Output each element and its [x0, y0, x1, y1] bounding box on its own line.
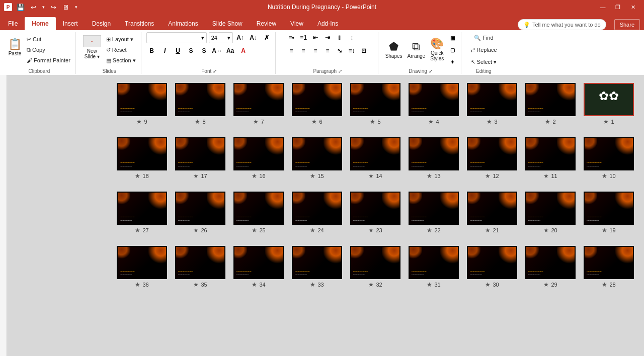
slide-item[interactable]: ▪▪▪▪▪▪▪▪▪▪▪▪▪▪▪▪▪▪▪▪▪ ▪▪▪▪▪▪▪▪▪▪▪▪▪▪▪▪▪ … [525, 137, 576, 180]
font-color-button[interactable]: A [238, 45, 249, 56]
increase-indent-button[interactable]: ⇥ [322, 32, 333, 43]
slide-item[interactable]: ▪▪▪▪▪▪▪▪▪▪▪▪▪▪▪▪▪▪▪▪▪ ▪▪▪▪▪▪▪▪▪▪▪▪▪▪▪▪▪ … [467, 137, 517, 180]
columns-button[interactable]: ⫿ [334, 32, 345, 43]
slide-item[interactable]: ▪▪▪▪▪▪▪▪▪▪▪▪▪▪▪▪▪▪▪▪▪ ▪▪▪▪▪▪▪▪▪▪▪▪▪▪▪▪▪ … [350, 137, 400, 180]
align-text-button[interactable]: ≡↕ [346, 45, 357, 56]
slide-item[interactable]: ▪▪▪▪▪▪▪▪▪▪▪▪▪▪▪▪▪▪▪▪▪ ▪▪▪▪▪▪▪▪▪▪▪▪▪▪▪▪▪ … [233, 246, 284, 288]
save-button[interactable]: 💾 [15, 4, 26, 11]
undo-dropdown[interactable]: ▾ [41, 5, 46, 10]
slide-item[interactable]: ▪▪▪▪▪▪▪▪▪▪▪▪▪▪▪▪▪▪▪▪▪ ▪▪▪▪▪▪▪▪▪▪▪▪▪▪▪▪▪ … [525, 246, 576, 288]
tab-design[interactable]: Design [85, 17, 118, 30]
slide-item[interactable]: ▪▪▪▪▪▪▪▪▪▪▪▪▪▪▪▪▪▪▪▪▪ ▪▪▪▪▪▪▪▪▪▪▪▪▪▪▪▪▪ … [175, 137, 225, 180]
slide-grid[interactable]: ★ 1 ▪▪▪▪▪▪▪▪▪▪▪▪▪▪▪▪▪▪▪▪▪ ▪▪▪▪▪▪▪▪▪▪▪▪▪▪… [7, 75, 644, 356]
copy-button[interactable]: ⧉ Copy [25, 45, 72, 55]
redo-button[interactable]: ↪ [49, 4, 58, 11]
slide-item[interactable]: ▪▪▪▪▪▪▪▪▪▪▪▪▪▪▪▪▪▪▪▪▪ ▪▪▪▪▪▪▪▪▪▪▪▪▪▪▪▪▪ … [467, 192, 517, 234]
format-painter-button[interactable]: 🖌 Format Painter [25, 55, 72, 65]
slide-item[interactable]: ▪▪▪▪▪▪▪▪▪▪▪▪▪▪▪▪▪▪▪▪▪ ▪▪▪▪▪▪▪▪▪▪▪▪▪▪▪▪▪ … [350, 246, 400, 288]
quick-styles-button[interactable]: 🎨 QuickStyles [428, 37, 446, 63]
shape-effects-button[interactable]: ✦ [447, 56, 458, 67]
slide-item[interactable]: ▪▪▪▪▪▪▪▪▪▪▪▪▪▪▪▪▪▪▪▪▪ ▪▪▪▪▪▪▪▪▪▪▪▪▪▪▪▪▪ … [117, 246, 167, 288]
change-case-button[interactable]: Aa [225, 45, 236, 56]
slide-item[interactable]: ▪▪▪▪▪▪▪▪▪▪▪▪▪▪▪▪▪▪▪▪▪ ▪▪▪▪▪▪▪▪▪▪▪▪▪▪▪▪▪ … [467, 83, 517, 125]
slide-item[interactable]: ▪▪▪▪▪▪▪▪▪▪▪▪▪▪▪▪▪▪▪▪▪ ▪▪▪▪▪▪▪▪▪▪▪▪▪▪▪▪▪ … [117, 83, 167, 125]
slide-item[interactable]: ▪▪▪▪▪▪▪▪▪▪▪▪▪▪▪▪▪▪▪▪▪ ▪▪▪▪▪▪▪▪▪▪▪▪▪▪▪▪▪ … [525, 83, 576, 125]
slide-item[interactable]: ▪▪▪▪▪▪▪▪▪▪▪▪▪▪▪▪▪▪▪▪▪ ▪▪▪▪▪▪▪▪▪▪▪▪▪▪▪▪▪ … [292, 246, 342, 288]
bullets-button[interactable]: ≡• [286, 32, 297, 43]
minimize-button[interactable]: — [596, 2, 610, 12]
tab-insert[interactable]: Insert [56, 17, 85, 30]
tab-slideshow[interactable]: Slide Show [205, 17, 250, 30]
underline-button[interactable]: U [173, 45, 184, 56]
layout-button[interactable]: ⊞ Layout ▾ [104, 34, 138, 44]
align-right-button[interactable]: ≡ [310, 45, 321, 56]
slide-item[interactable]: ▪▪▪▪▪▪▪▪▪▪▪▪▪▪▪▪▪▪▪▪▪ ▪▪▪▪▪▪▪▪▪▪▪▪▪▪▪▪▪ … [175, 83, 225, 125]
tab-addins[interactable]: Add-Ins [310, 17, 345, 30]
slide-item[interactable]: ▪▪▪▪▪▪▪▪▪▪▪▪▪▪▪▪▪▪▪▪▪ ▪▪▪▪▪▪▪▪▪▪▪▪▪▪▪▪▪ … [350, 83, 400, 125]
share-button[interactable]: Share [614, 19, 640, 30]
slide-item[interactable]: ▪▪▪▪▪▪▪▪▪▪▪▪▪▪▪▪▪▪▪▪▪ ▪▪▪▪▪▪▪▪▪▪▪▪▪▪▪▪▪ … [292, 192, 342, 234]
tab-animations[interactable]: Animations [161, 17, 205, 30]
shape-fill-button[interactable]: ▣ [447, 32, 458, 43]
paste-button[interactable]: 📋 Paste [6, 34, 24, 60]
tab-home[interactable]: Home [25, 17, 55, 30]
slide-item[interactable]: ▪▪▪▪▪▪▪▪▪▪▪▪▪▪▪▪▪▪▪▪▪ ▪▪▪▪▪▪▪▪▪▪▪▪▪▪▪▪▪ … [584, 137, 634, 180]
new-slide-button[interactable]: ▪ NewSlide ▾ [81, 34, 103, 60]
decrease-font-button[interactable]: A↓ [248, 32, 259, 43]
slide-item[interactable]: ★ 1 [584, 83, 634, 125]
slide-item[interactable]: ▪▪▪▪▪▪▪▪▪▪▪▪▪▪▪▪▪▪▪▪▪ ▪▪▪▪▪▪▪▪▪▪▪▪▪▪▪▪▪ … [409, 246, 459, 288]
slide-item[interactable]: ▪▪▪▪▪▪▪▪▪▪▪▪▪▪▪▪▪▪▪▪▪ ▪▪▪▪▪▪▪▪▪▪▪▪▪▪▪▪▪ … [409, 137, 459, 180]
slide-item[interactable]: ▪▪▪▪▪▪▪▪▪▪▪▪▪▪▪▪▪▪▪▪▪ ▪▪▪▪▪▪▪▪▪▪▪▪▪▪▪▪▪ … [117, 192, 167, 234]
slide-item[interactable]: ▪▪▪▪▪▪▪▪▪▪▪▪▪▪▪▪▪▪▪▪▪ ▪▪▪▪▪▪▪▪▪▪▪▪▪▪▪▪▪ … [350, 192, 400, 234]
font-name-input[interactable]: ▾ [146, 32, 207, 43]
slide-item[interactable]: ▪▪▪▪▪▪▪▪▪▪▪▪▪▪▪▪▪▪▪▪▪ ▪▪▪▪▪▪▪▪▪▪▪▪▪▪▪▪▪ … [233, 137, 284, 180]
slide-item[interactable]: ▪▪▪▪▪▪▪▪▪▪▪▪▪▪▪▪▪▪▪▪▪ ▪▪▪▪▪▪▪▪▪▪▪▪▪▪▪▪▪ … [175, 192, 225, 234]
close-button[interactable]: ✕ [626, 2, 640, 12]
slide-item[interactable]: ▪▪▪▪▪▪▪▪▪▪▪▪▪▪▪▪▪▪▪▪▪ ▪▪▪▪▪▪▪▪▪▪▪▪▪▪▪▪▪ … [584, 192, 634, 234]
section-button[interactable]: ▤ Section ▾ [104, 55, 138, 65]
slide-item[interactable]: ▪▪▪▪▪▪▪▪▪▪▪▪▪▪▪▪▪▪▪▪▪ ▪▪▪▪▪▪▪▪▪▪▪▪▪▪▪▪▪ … [175, 246, 225, 288]
slide-item[interactable]: ▪▪▪▪▪▪▪▪▪▪▪▪▪▪▪▪▪▪▪▪▪ ▪▪▪▪▪▪▪▪▪▪▪▪▪▪▪▪▪ … [409, 192, 459, 234]
shapes-button[interactable]: ⬟ Shapes [383, 37, 405, 63]
smartart-button[interactable]: ⊡ [358, 45, 369, 56]
align-center-button[interactable]: ≡ [298, 45, 309, 56]
undo-button[interactable]: ↩ [29, 4, 38, 11]
cut-button[interactable]: ✂ Cut [25, 34, 72, 44]
slide-item[interactable]: ▪▪▪▪▪▪▪▪▪▪▪▪▪▪▪▪▪▪▪▪▪ ▪▪▪▪▪▪▪▪▪▪▪▪▪▪▪▪▪ … [467, 246, 517, 288]
line-spacing-button[interactable]: ↕ [346, 32, 357, 43]
increase-font-button[interactable]: A↑ [235, 32, 246, 43]
italic-button[interactable]: I [159, 45, 171, 56]
customize-qat[interactable]: ▾ [73, 5, 79, 10]
replace-button[interactable]: ⇄ Replace [468, 44, 499, 55]
select-button[interactable]: ↖ Select ▾ [469, 56, 499, 67]
font-name-dropdown[interactable]: ▾ [201, 35, 204, 41]
font-size-dropdown[interactable]: ▾ [227, 35, 230, 41]
tab-file[interactable]: File [1, 17, 25, 30]
shape-outline-button[interactable]: ▢ [447, 44, 458, 55]
tab-view[interactable]: View [283, 17, 310, 30]
numbering-button[interactable]: ≡1 [298, 32, 309, 43]
decrease-indent-button[interactable]: ⇤ [310, 32, 321, 43]
slide-item[interactable]: ▪▪▪▪▪▪▪▪▪▪▪▪▪▪▪▪▪▪▪▪▪ ▪▪▪▪▪▪▪▪▪▪▪▪▪▪▪▪▪ … [292, 137, 342, 180]
slide-item[interactable]: ▪▪▪▪▪▪▪▪▪▪▪▪▪▪▪▪▪▪▪▪▪ ▪▪▪▪▪▪▪▪▪▪▪▪▪▪▪▪▪ … [117, 137, 167, 180]
tell-me-box[interactable]: 💡 Tell me what you want to do [518, 19, 606, 30]
reset-button[interactable]: ↺ Reset [104, 45, 138, 55]
slide-item[interactable]: ▪▪▪▪▪▪▪▪▪▪▪▪▪▪▪▪▪▪▪▪▪ ▪▪▪▪▪▪▪▪▪▪▪▪▪▪▪▪▪ … [584, 246, 634, 288]
arrange-button[interactable]: ⧉ Arrange [406, 37, 428, 63]
char-spacing-button[interactable]: A↔ [212, 45, 223, 56]
strikethrough-button[interactable]: S [186, 45, 197, 56]
bold-button[interactable]: B [146, 45, 157, 56]
slide-item[interactable]: ▪▪▪▪▪▪▪▪▪▪▪▪▪▪▪▪▪▪▪▪▪ ▪▪▪▪▪▪▪▪▪▪▪▪▪▪▪▪▪ … [292, 83, 342, 125]
slide-item[interactable]: ▪▪▪▪▪▪▪▪▪▪▪▪▪▪▪▪▪▪▪▪▪ ▪▪▪▪▪▪▪▪▪▪▪▪▪▪▪▪▪ … [525, 192, 576, 234]
font-size-input[interactable]: 24 ▾ [209, 32, 233, 43]
slide-item[interactable]: ▪▪▪▪▪▪▪▪▪▪▪▪▪▪▪▪▪▪▪▪▪ ▪▪▪▪▪▪▪▪▪▪▪▪▪▪▪▪▪ … [233, 83, 284, 125]
restore-button[interactable]: ❐ [611, 2, 625, 12]
clear-format-button[interactable]: ✗ [261, 32, 272, 43]
justify-button[interactable]: ≡ [322, 45, 333, 56]
slide-item[interactable]: ▪▪▪▪▪▪▪▪▪▪▪▪▪▪▪▪▪▪▪▪▪ ▪▪▪▪▪▪▪▪▪▪▪▪▪▪▪▪▪ … [233, 192, 284, 234]
tab-transitions[interactable]: Transitions [118, 17, 161, 30]
align-left-button[interactable]: ≡ [286, 45, 297, 56]
tab-review[interactable]: Review [250, 17, 283, 30]
present-button[interactable]: 🖥 [61, 4, 70, 11]
slide-item[interactable]: ▪▪▪▪▪▪▪▪▪▪▪▪▪▪▪▪▪▪▪▪▪ ▪▪▪▪▪▪▪▪▪▪▪▪▪▪▪▪▪ … [409, 83, 459, 125]
